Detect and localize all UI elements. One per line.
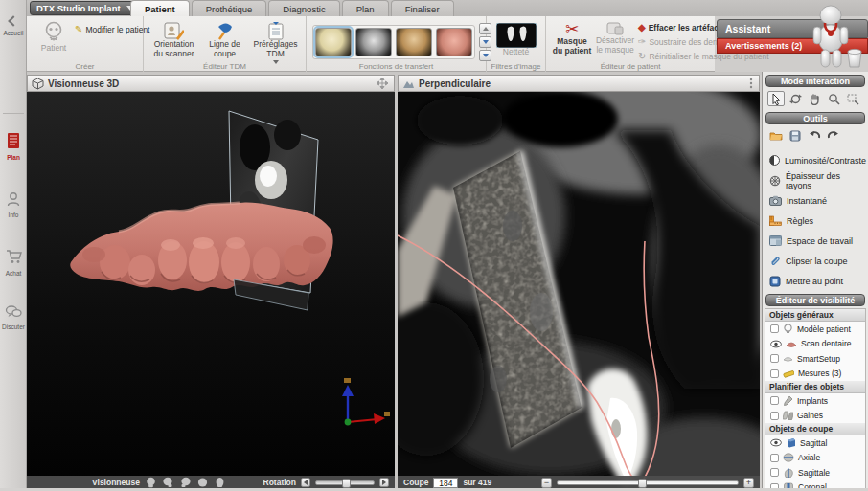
zoom-button[interactable] <box>825 91 842 106</box>
tab-prothetique[interactable]: Prothétique <box>192 0 267 16</box>
visibility-item-gaines[interactable]: Gaines <box>765 409 865 424</box>
eye-icon[interactable] <box>770 340 782 348</box>
disable-mask-button[interactable]: Désactiver le masque <box>594 21 636 56</box>
slice-slider-handle[interactable] <box>638 479 647 488</box>
visibility-item-smartsetup[interactable]: SmartSetup <box>765 351 865 367</box>
transfer-preset-soft[interactable] <box>436 28 472 56</box>
app-menu-button[interactable]: DTX Studio Implant <box>30 1 141 15</box>
rotation-slider[interactable] <box>315 480 375 485</box>
patient-model-icon <box>783 324 793 334</box>
visibility-editor-header[interactable]: Éditeur de visibilité <box>765 294 865 306</box>
tab-patient[interactable]: Patient <box>130 0 190 16</box>
rotate-right-button[interactable] <box>379 478 389 487</box>
visionneuse-label: Visionneuse <box>92 478 140 487</box>
slice-number-input[interactable]: 184 <box>433 478 458 488</box>
select-cursor-button[interactable] <box>767 91 785 106</box>
visibility-item-axiale[interactable]: Axiale <box>765 451 865 466</box>
viewport-3d-header[interactable]: Visionneuse 3D <box>27 75 395 92</box>
rotate-left-button[interactable] <box>301 478 310 487</box>
section-planifier-des-objets[interactable]: Planifier des objets <box>765 381 865 393</box>
interaction-mode-header[interactable]: Mode interaction <box>765 75 865 87</box>
sidebar-item-achat[interactable]: Achat <box>0 249 27 277</box>
patient-button[interactable]: Patient <box>34 21 73 54</box>
slice-plus-button[interactable]: + <box>743 478 754 488</box>
viewport-perpendicular: Perpendiculaire <box>398 75 760 489</box>
tab-finaliser[interactable]: Finaliser <box>391 0 454 16</box>
visibility-item-mesures[interactable]: Mesures (3) <box>765 367 865 382</box>
viewport-3d-title: Visionneuse 3D <box>48 78 371 89</box>
sagittal-plane-icon <box>783 468 794 478</box>
section-objets-de-coupe[interactable]: Objets de coupe <box>765 423 865 435</box>
checkbox[interactable] <box>770 468 779 477</box>
transfer-preset-sepia[interactable] <box>396 28 432 56</box>
dental-scan-icon <box>786 340 797 347</box>
viewport-perpendicular-header[interactable]: Perpendiculaire <box>398 75 760 92</box>
view-left-button[interactable] <box>162 477 174 488</box>
visibility-item-sagittale[interactable]: Sagittale <box>765 465 865 480</box>
checkbox[interactable] <box>770 412 779 420</box>
view-top-button[interactable] <box>196 477 209 488</box>
tool-ray-thickness[interactable]: Épaisseur des rayons <box>763 170 868 190</box>
move-viewport-icon[interactable] <box>375 77 390 90</box>
visibility-item-scan-dentaire[interactable]: Scan dentaire <box>765 337 865 352</box>
eye-icon[interactable] <box>770 438 782 447</box>
tool-clip-slice[interactable]: Clipser la coupe <box>763 251 868 271</box>
sidebar-divider <box>3 113 24 114</box>
pan-hand-button[interactable] <box>806 91 823 106</box>
sidebar-item-discuter[interactable]: Discuter <box>0 304 27 330</box>
rotate-view-button[interactable] <box>787 91 804 106</box>
slice-minus-button[interactable]: − <box>541 478 552 488</box>
visibility-item-implants[interactable]: Implants <box>765 393 865 409</box>
checkbox[interactable] <box>770 396 779 405</box>
tool-focus[interactable]: Mettre au point <box>763 271 868 291</box>
ribbon-group-filtres: Netteté Filtres d'image <box>487 16 546 72</box>
section-objets-generaux[interactable]: Objets généraux <box>765 309 865 322</box>
tab-diagnostic[interactable]: Diagnostic <box>268 0 339 16</box>
right-panel: Mode interaction Outils Luminosité/Contr… <box>762 72 868 491</box>
open-folder-button[interactable] <box>767 128 785 144</box>
tab-plan[interactable]: Plan <box>342 0 389 16</box>
transfer-preset-gray[interactable] <box>355 28 392 56</box>
ray-thickness-icon <box>769 175 781 187</box>
checkbox[interactable] <box>770 354 779 363</box>
redo-button[interactable] <box>825 128 842 144</box>
viewport-3d-canvas[interactable] <box>27 92 395 489</box>
save-button[interactable] <box>787 128 804 144</box>
tool-snapshot[interactable]: Instantané <box>763 190 868 211</box>
checkbox[interactable] <box>770 324 779 333</box>
chat-bubbles-icon <box>5 304 22 319</box>
sidebar-label: Plan <box>0 154 27 161</box>
scissors-icon: ✂ <box>565 21 579 37</box>
zoom-region-button[interactable] <box>844 91 861 106</box>
visibility-tree: Objets généraux Modèle patient Scan dent… <box>765 308 866 491</box>
tools-header[interactable]: Outils <box>765 112 865 124</box>
view-back-button[interactable] <box>214 477 226 488</box>
visibility-item-sagittal[interactable]: Sagittal <box>765 435 865 451</box>
viewport-perpendicular-title: Perpendiculaire <box>419 78 742 89</box>
person-icon <box>6 191 21 207</box>
ruler-icon <box>769 215 782 226</box>
tool-workspace[interactable]: Espace de travail <box>763 231 868 251</box>
disable-mask-icon <box>605 21 625 36</box>
sidebar-item-accueil[interactable]: Accueil <box>0 11 27 36</box>
group-label-creer: Créer <box>27 62 143 71</box>
undo-button[interactable] <box>806 128 823 144</box>
subtract-teeth-icon: ✑ <box>638 36 646 47</box>
rotation-slider-handle[interactable] <box>342 479 351 488</box>
tool-rulers[interactable]: Règles <box>763 211 868 231</box>
patient-mask-button[interactable]: ✂ Masque du patient <box>552 21 592 56</box>
sharpness-button[interactable]: Netteté <box>492 23 540 57</box>
edit-patient-button[interactable]: ✎ Modifier le patient <box>75 24 149 34</box>
checkbox[interactable] <box>770 369 779 378</box>
viewport-perpendicular-canvas[interactable] <box>398 92 760 489</box>
sidebar-item-plan[interactable]: Plan <box>0 132 27 161</box>
view-right-button[interactable] <box>179 477 192 488</box>
tool-brightness-contrast[interactable]: Luminosité/Contraste <box>763 150 868 170</box>
sidebar-item-info[interactable]: Info <box>0 191 27 218</box>
view-front-button[interactable] <box>145 477 157 488</box>
visibility-item-modele-patient[interactable]: Modèle patient <box>765 322 865 337</box>
transfer-preset-bone[interactable] <box>315 28 352 56</box>
viewport-options-button[interactable] <box>746 77 755 90</box>
slice-slider[interactable] <box>557 480 739 485</box>
checkbox[interactable] <box>770 454 779 462</box>
